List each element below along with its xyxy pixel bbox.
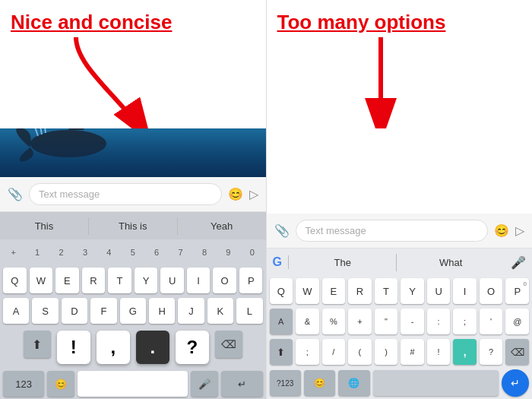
right-key-r[interactable]: R xyxy=(348,278,372,304)
key-3[interactable]: 3 xyxy=(74,242,95,263)
right-key-e[interactable]: E xyxy=(322,278,346,304)
key-y[interactable]: Y xyxy=(135,268,158,293)
key-enter-right[interactable]: ↵ xyxy=(502,369,529,397)
key-plus[interactable]: + xyxy=(3,242,24,263)
right-key-q[interactable]: Q xyxy=(270,278,293,304)
right-key-i[interactable]: I xyxy=(453,278,477,304)
right-emoji-icon[interactable]: 😊 xyxy=(494,223,509,238)
suggestion-yeah[interactable]: Yeah xyxy=(178,217,266,235)
right-key-t[interactable]: T xyxy=(375,278,398,304)
right-key-hash[interactable]: # xyxy=(401,339,424,365)
suggestion-what[interactable]: What xyxy=(397,254,505,271)
key-6[interactable]: 6 xyxy=(146,242,166,263)
key-w[interactable]: W xyxy=(30,268,53,293)
key-1[interactable]: 1 xyxy=(27,242,47,263)
suggestion-this[interactable]: This xyxy=(0,217,89,235)
left-send-icon[interactable]: ▷ xyxy=(249,187,258,201)
right-key-shift[interactable]: ⬆ xyxy=(270,339,293,365)
right-message-input[interactable]: Text message xyxy=(296,220,489,242)
key-k[interactable]: K xyxy=(207,298,233,324)
key-i[interactable]: I xyxy=(187,268,211,293)
right-key-quest2[interactable]: ? xyxy=(480,339,503,365)
left-emoji-icon[interactable]: 😊 xyxy=(228,187,243,201)
key-shift[interactable]: ⬆ xyxy=(24,331,51,358)
svg-line-4 xyxy=(34,128,38,136)
hills xyxy=(0,166,266,177)
key-5[interactable]: 5 xyxy=(122,242,143,263)
right-attachment-icon[interactable]: 📎 xyxy=(274,223,290,238)
right-mic-icon[interactable]: 🎤 xyxy=(505,255,532,270)
key-e[interactable]: E xyxy=(55,268,79,293)
right-key-u[interactable]: U xyxy=(427,278,451,304)
right-keyboard: G The What 🎤 Q W E R T Y U I O xyxy=(267,249,533,399)
right-qwerty-row: Q W E R T Y U I O P0 xyxy=(267,276,533,306)
right-key-y[interactable]: Y xyxy=(401,278,424,304)
svg-line-6 xyxy=(44,128,46,133)
left-input-bar: 📎 Text message 😊 ▷ xyxy=(0,177,266,212)
right-key-amp[interactable]: & xyxy=(296,309,319,334)
popup-key-exclaim[interactable]: ! xyxy=(57,331,90,364)
key-mic-left[interactable]: 🎤 xyxy=(191,371,218,397)
key-7[interactable]: 7 xyxy=(170,242,191,263)
key-8[interactable]: 8 xyxy=(194,242,214,263)
left-attachment-icon[interactable]: 📎 xyxy=(8,187,23,201)
right-key-excl2[interactable]: ! xyxy=(427,339,451,365)
key-s[interactable]: S xyxy=(32,298,58,324)
key-space-right[interactable] xyxy=(373,370,499,396)
google-logo: G xyxy=(267,255,289,269)
right-key-pct[interactable]: % xyxy=(322,309,346,334)
key-l[interactable]: L xyxy=(236,298,262,324)
key-a[interactable]: A xyxy=(3,298,29,324)
right-key-a[interactable]: A xyxy=(270,309,293,334)
right-content-area xyxy=(267,128,533,214)
right-key-plus[interactable]: + xyxy=(348,309,372,334)
right-key-slash[interactable]: / xyxy=(322,339,346,365)
right-key-backspace[interactable]: ⌫ xyxy=(505,339,529,365)
key-u[interactable]: U xyxy=(160,268,184,293)
key-d[interactable]: D xyxy=(62,298,87,324)
key-h[interactable]: H xyxy=(149,298,175,324)
left-panel: Nice and concise xyxy=(0,0,267,399)
right-send-icon[interactable]: ▷ xyxy=(515,223,524,238)
right-key-rparen[interactable]: ) xyxy=(375,339,398,365)
right-key-at[interactable]: @ xyxy=(505,309,529,334)
right-key-dash[interactable]: - xyxy=(401,309,424,334)
right-key-apos[interactable]: ' xyxy=(480,309,503,334)
key-r[interactable]: R xyxy=(82,268,106,293)
left-message-input[interactable]: Text message xyxy=(29,183,222,205)
key-q[interactable]: Q xyxy=(3,268,27,293)
key-backspace[interactable]: ⌫ xyxy=(215,331,242,358)
right-key-comma-teal[interactable]: , xyxy=(453,339,477,365)
key-4[interactable]: 4 xyxy=(99,242,119,263)
right-key-o[interactable]: O xyxy=(480,278,503,304)
right-key-w[interactable]: W xyxy=(296,278,319,304)
popup-key-period[interactable]: . xyxy=(136,331,169,364)
key-9[interactable]: 9 xyxy=(218,242,239,263)
right-key-colon[interactable]: : xyxy=(427,309,451,334)
key-123-right[interactable]: ?123 xyxy=(270,370,301,396)
key-f[interactable]: F xyxy=(90,298,116,324)
key-p[interactable]: P xyxy=(239,268,263,293)
suggestion-the[interactable]: The xyxy=(289,254,397,271)
key-j[interactable]: J xyxy=(178,298,204,324)
key-emoji-right[interactable]: 😊 xyxy=(304,370,335,396)
key-2[interactable]: 2 xyxy=(51,242,71,263)
key-enter-left[interactable]: ↵ xyxy=(221,371,262,397)
right-key-quote[interactable]: " xyxy=(375,309,398,334)
key-globe-right[interactable]: 🌐 xyxy=(338,370,369,396)
right-key-semicolon[interactable]: ; xyxy=(453,309,477,334)
popup-key-comma[interactable]: , xyxy=(97,331,130,364)
key-space-left[interactable] xyxy=(78,371,188,397)
suggestion-this-is[interactable]: This is xyxy=(89,217,178,235)
key-o[interactable]: O xyxy=(213,268,236,293)
key-0[interactable]: 0 xyxy=(242,242,262,263)
key-emoji-left[interactable]: 😊 xyxy=(47,371,74,397)
key-g[interactable]: G xyxy=(120,298,146,324)
right-key-lparen[interactable]: ( xyxy=(348,339,372,365)
right-bottom-row: ?123 😊 🌐 ↵ xyxy=(267,367,533,399)
popup-key-question[interactable]: ? xyxy=(176,331,209,364)
right-key-semicol2[interactable]: ; xyxy=(296,339,319,365)
key-t[interactable]: T xyxy=(108,268,131,293)
right-key-p[interactable]: P0 xyxy=(505,278,529,304)
key-123-left[interactable]: 123 xyxy=(3,371,44,397)
